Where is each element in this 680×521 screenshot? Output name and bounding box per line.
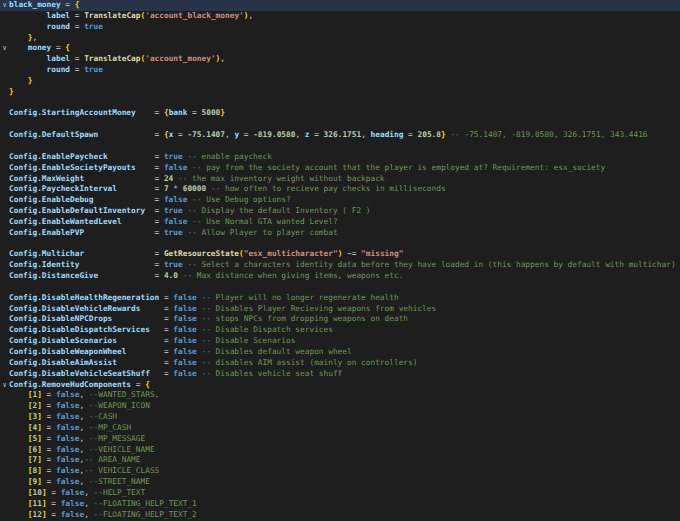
token-property-or-variable: Config.Multichar [9, 249, 84, 258]
code-line[interactable] [0, 141, 680, 152]
code-line[interactable]: Config.EnablePVP = true -- Allow Player … [0, 228, 680, 239]
code-line[interactable]: } [0, 76, 680, 87]
token-punctuation-operator: , [79, 390, 88, 399]
code-line[interactable]: Config.EnableSocietyPayouts = false -- p… [0, 163, 680, 174]
token-keyword: true [164, 206, 183, 215]
code-line[interactable]: Config.DisableWeaponWheel = false -- Dis… [0, 347, 680, 358]
token-punctuation-operator: = [79, 260, 164, 269]
gutter-spacer [0, 260, 9, 271]
token-keyword: false [164, 195, 187, 204]
token-keyword: true [164, 228, 183, 237]
token-property-or-variable: Config.DistanceGive [9, 271, 98, 280]
code-line[interactable]: [9] = false, --STREET_NAME [0, 477, 680, 488]
code-line[interactable]: Config.Identity = true -- Select a chara… [0, 260, 680, 271]
gutter-spacer [0, 206, 9, 217]
code-text: Config.Identity = true -- Select a chara… [9, 260, 680, 271]
token-keyword: false [56, 434, 79, 443]
code-line[interactable]: label = TranslateCap('account_money'), [0, 54, 680, 65]
code-line[interactable]: Config.EnablePaycheck = true -- enable p… [0, 152, 680, 163]
gutter-spacer [0, 119, 9, 130]
token-keyword: false [173, 304, 196, 313]
token-keyword: false [56, 401, 79, 410]
code-line[interactable]: Config.EnableWantedLevel = false -- Use … [0, 217, 680, 228]
token-comment: -- VEHICLE_CLASS [84, 466, 159, 475]
code-line[interactable]: round = true [0, 22, 680, 33]
token-bracket: } [28, 76, 33, 85]
fold-chevron-icon[interactable]: ∨ [0, 0, 9, 11]
code-line[interactable]: ∨Config.RemoveHudComponents = { [0, 380, 680, 391]
token-number: 11 [32, 499, 41, 508]
token-punctuation-operator: , [32, 33, 37, 42]
code-line[interactable]: [4] = false, --MP_CASH [0, 423, 680, 434]
token-string: "esx_multicharacter" [244, 249, 338, 258]
token-property-or-variable: black_money [9, 0, 61, 9]
code-line[interactable]: [3] = false, --CASH [0, 412, 680, 423]
token-property-or-variable: Config.DisableWeaponWheel [9, 347, 126, 356]
token-number: 12 [32, 510, 41, 519]
gutter-spacer [0, 488, 9, 499]
fold-chevron-icon[interactable]: ∨ [0, 380, 9, 391]
code-text: Config.DefaultSpawn = {x = -75.1407, y =… [9, 130, 680, 141]
code-line[interactable]: ∨ money = { [0, 43, 680, 54]
code-line[interactable]: Config.DefaultSpawn = {x = -75.1407, y =… [0, 130, 680, 141]
code-line[interactable] [0, 98, 680, 109]
code-line[interactable]: round = true [0, 65, 680, 76]
code-line[interactable]: [1] = false, --WANTED_STARS, [0, 390, 680, 401]
token-property-or-variable: Config.EnablePVP [9, 228, 84, 237]
code-line[interactable] [0, 239, 680, 250]
code-line[interactable] [0, 119, 680, 130]
token-punctuation-operator: = [42, 412, 56, 421]
token-keyword: false [61, 488, 84, 497]
code-text: [9] = false, --STREET_NAME [9, 477, 680, 488]
token-property-or-variable: round [47, 22, 70, 31]
code-line[interactable]: Config.DistanceGive = 4.0 -- Max distanc… [0, 271, 680, 282]
code-line[interactable]: Config.PaycheckInterval = 7 * 60000 -- h… [0, 184, 680, 195]
code-line[interactable]: Config.DisableVehicleSeatShuff = false -… [0, 369, 680, 380]
token-punctuation-operator: , [79, 434, 88, 443]
code-line[interactable]: Config.DisableScenarios = false -- Disab… [0, 336, 680, 347]
code-line[interactable]: [5] = false, --MP_MESSAGE [0, 434, 680, 445]
code-line[interactable]: Config.DisableVehicleRewards = false -- … [0, 304, 680, 315]
code-line[interactable]: Config.DisableHealthRegeneration = false… [0, 293, 680, 304]
code-line[interactable]: ∨black_money = { [0, 0, 680, 11]
token-comment: --CASH [89, 412, 117, 421]
gutter-spacer [0, 423, 9, 434]
token-punctuation-operator [9, 477, 28, 486]
code-line[interactable]: [12] = false, --FLOATING_HELP_TEXT_2 [0, 510, 680, 521]
token-punctuation-operator: = [70, 11, 84, 20]
code-text: round = true [9, 65, 680, 76]
token-comment: -- the max inventory weight without back… [173, 174, 384, 183]
code-line[interactable]: }, [0, 33, 680, 44]
code-line[interactable]: [8] = false,-- VEHICLE_CLASS [0, 466, 680, 477]
code-line[interactable]: Config.EnableDefaultInventory = true -- … [0, 206, 680, 217]
code-line[interactable]: [11] = false, --FLOATING_HELP_TEXT_1 [0, 499, 680, 510]
token-punctuation-operator: = [61, 0, 75, 9]
code-line[interactable]: Config.DisableDispatchServices = false -… [0, 325, 680, 336]
code-line[interactable]: [6] = false, --VEHICLE_NAME [0, 445, 680, 456]
fold-chevron-icon[interactable]: ∨ [0, 43, 9, 54]
code-editor[interactable]: ∨black_money = { label = TranslateCap('a… [0, 0, 680, 521]
token-punctuation-operator: = [150, 369, 173, 378]
token-punctuation-operator: , [79, 423, 88, 432]
token-property-or-variable: round [47, 65, 70, 74]
code-line[interactable]: Config.DisableAimAssist = false -- disab… [0, 358, 680, 369]
token-property-or-variable: Config.PaycheckInterval [9, 184, 117, 193]
code-text: Config.EnableSocietyPayouts = false -- p… [9, 163, 680, 174]
code-text: Config.DisableVehicleSeatShuff = false -… [9, 369, 680, 380]
code-line[interactable]: } [0, 87, 680, 98]
code-line[interactable]: Config.StartingAccountMoney = {bank = 50… [0, 108, 680, 119]
code-line[interactable] [0, 282, 680, 293]
code-line[interactable]: Config.MaxWeight = 24 -- the max invento… [0, 174, 680, 185]
code-line[interactable]: Config.EnableDebug = false -- Use Debug … [0, 195, 680, 206]
code-line[interactable]: [10] = false, --HELP_TEXT [0, 488, 680, 499]
code-line[interactable]: [2] = false, --WEAPON_ICON [0, 401, 680, 412]
code-line[interactable]: Config.Multichar = GetResourceState("esx… [0, 249, 680, 260]
code-line[interactable]: label = TranslateCap('account_black_mone… [0, 11, 680, 22]
token-punctuation-operator: = [239, 130, 253, 139]
token-punctuation-operator: = [94, 195, 164, 204]
code-line[interactable]: Config.DisableNPCDrops = false -- stops … [0, 314, 680, 325]
screenshot-root: { "editor": { "description": "Code edito… [0, 0, 680, 521]
code-line[interactable]: [7] = false,-- AREA_NAME [0, 455, 680, 466]
token-property-or-variable: Config.EnableSocietyPayouts [9, 163, 136, 172]
token-punctuation-operator [9, 43, 28, 52]
